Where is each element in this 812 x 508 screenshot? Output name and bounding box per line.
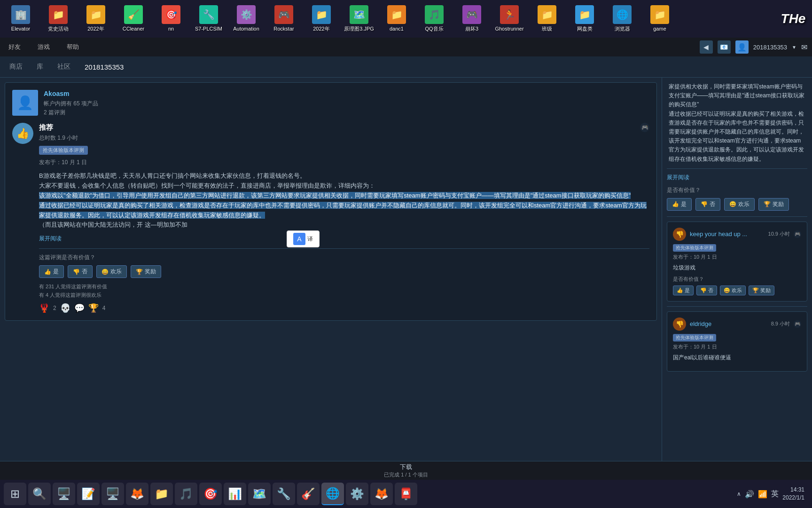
r1-yes-icon: 👍 [677,287,683,294]
desktop-icon-17[interactable]: 📁 game [641,3,678,34]
taskbar-item-explorer[interactable]: 📁 [150,483,173,505]
desktop-icon-7[interactable]: 🎮 Rockstar [265,3,302,34]
taskbar-item-app1[interactable]: 🎯 [199,483,222,505]
desktop-icon-1[interactable]: 📁 党史活动 [40,3,77,34]
desktop-icon-14[interactable]: 📁 班级 [529,3,565,34]
nav-friends[interactable]: 好友 [5,41,24,53]
taskbar-item-search[interactable]: 🔍 [28,483,51,505]
taskbar-item-mail[interactable]: 📮 [395,483,417,505]
right-thumb-down-1: 👎 [673,228,686,241]
right-helpful-actions-1: 👍 是 👎 否 😄 欢乐 🏆 奖励 [673,286,801,295]
nav-username[interactable]: 2018135353 [753,44,787,51]
helpful-yes-label: 是 [53,268,59,276]
desktop-icon-3[interactable]: 🧹 CCleaner [115,3,152,34]
nav-notification-btn[interactable]: 📧 [718,40,731,54]
translation-overlay[interactable]: A 译 [287,230,320,247]
r1-yes-btn[interactable]: 👍 是 [673,286,694,295]
expand-link[interactable]: 展开阅读 [39,235,649,243]
desktop-icon-12[interactable]: 🎮 崩坏3 [453,3,490,34]
review-stat1: 有 231 人觉得这篇评测有价值 [39,283,649,291]
review-date: 发布于：10 月 1 日 [39,159,649,167]
store-item-store[interactable]: 商店 [9,61,23,73]
taskbar-item-brave[interactable]: 🦊 [126,483,148,505]
desktop-icon-label-0: Elevator [11,26,30,32]
steam-nav-right: ◀ 📧 👤 2018135353 ▼ ✉ [700,40,807,54]
r1-funny-btn[interactable]: 😄 欢乐 [720,286,746,295]
taskbar-item-firefox[interactable]: 🦊 [370,483,393,505]
taskbar-item-notepad[interactable]: 📝 [77,483,100,505]
taskbar-item-taskview[interactable]: 🖥️ [53,483,75,505]
taskbar-item-maps[interactable]: 🗺️ [248,483,271,505]
desktop-icon-4[interactable]: 🎯 nn [153,3,189,34]
nav-back-btn[interactable]: ◀ [700,40,713,54]
desktop-icon-0[interactable]: 🏢 Elevator [2,3,39,34]
nav-mail-icon[interactable]: ✉ [801,43,807,52]
desktop-icon-11[interactable]: 🎵 QQ音乐 [416,3,453,34]
desktop-icon-6[interactable]: ⚙️ Automation [228,3,265,34]
nav-games[interactable]: 游戏 [34,41,54,53]
helpful-no-label: 否 [82,268,87,276]
desktop-icon-img-1: 📁 [49,5,68,24]
taskbar-item-tool[interactable]: 🔧 [273,483,295,505]
desktop-icon-15[interactable]: 📁 网盘类 [566,3,603,34]
steam-nav-left: 好友 游戏 帮助 [5,41,700,53]
right-helpful-no[interactable]: 👎 否 [695,198,720,211]
taskbar-wifi-icon[interactable]: 📶 [758,490,767,499]
desktop-icon-10[interactable]: 📁 danc1 [378,3,415,34]
right-helpful-funny[interactable]: 😄 欢乐 [724,198,755,211]
nav-help[interactable]: 帮助 [63,41,83,53]
right-thumb-down-2: 👎 [673,318,686,331]
reviewer-name[interactable]: Akoasm [44,90,649,97]
store-bar-username: 2018135353 [85,63,124,71]
right-date-2: 发布于：10 月 1 日 [673,343,801,350]
taskbar-item-ppt[interactable]: 📊 [224,483,246,505]
desktop-icon-2[interactable]: 📁 2022年 [78,3,114,34]
desktop-icon-label-9: 原理图3.JPG [344,26,374,32]
review-stat2: 有 4 人觉得这篇评测很欢乐 [39,291,649,300]
right-panel: 家提供相大收据，同时需要坏家填写steam账户密码与支付宝账户——填写其理由是"… [662,78,812,461]
award-icon1: 🦞 [39,303,49,313]
translate-icon[interactable]: A [293,233,305,245]
helpful-no-btn[interactable]: 👎 否 [68,265,93,278]
taskbar-item-start[interactable]: ⊞ [4,483,26,505]
right-reviewer-name-1[interactable]: keep your head up ... [690,230,765,238]
r1-no-btn[interactable]: 👎 否 [696,286,717,295]
award-icon-btn: 🏆 [136,269,143,275]
r1-award-btn[interactable]: 🏆 奖励 [749,286,774,295]
desktop-icon-13[interactable]: 🏃 Ghostrunner [491,3,528,34]
right-expand-link[interactable]: 展开阅读 [667,174,807,182]
desktop-icon-label-13: Ghostrunner [495,26,523,32]
desktop-icon-16[interactable]: 🌐 浏览器 [604,3,640,34]
desktop-icon-label-14: 班级 [542,26,552,32]
nav-dropdown-arrow[interactable]: ▼ [792,45,796,50]
taskbar-item-music[interactable]: 🎵 [175,483,197,505]
desktop-icon-img-10: 📁 [387,5,406,24]
taskbar-item-steam[interactable]: 🌐 [321,483,344,505]
steam-logo-small: 🎮 [640,123,649,132]
taskbar-volume-icon[interactable]: 🔊 [745,490,754,499]
taskbar-clock[interactable]: 14:31 2022/1/1 [782,486,804,502]
the-text: THe [781,11,806,26]
helpful-yes-btn[interactable]: 👍 是 [39,265,64,278]
desktop-icon-5[interactable]: 🔧 S7-PLCSIM [190,3,227,34]
taskbar-item-pc[interactable]: 🖥️ [102,483,124,505]
taskbar-item-settings[interactable]: ⚙️ [346,483,368,505]
helpful-funny-btn[interactable]: 😄 欢乐 [96,265,127,278]
right-reviewer-row-2: 👎 eldridge 8.9 小时 🎮 [673,318,801,331]
desktop-icon-8[interactable]: 📁 2022年 [303,3,340,34]
desktop-icon-9[interactable]: 🗺️ 原理图3.JPG [341,3,377,34]
store-item-library[interactable]: 库 [37,61,43,73]
desktop-icon-label-4: nn [168,26,174,32]
taskbar-keyboard-icon[interactable]: 英 [771,489,779,499]
review-awards: 🦞 2 💀 💬 🏆 4 [39,303,649,313]
right-helpful-yes[interactable]: 👍 是 [667,198,692,211]
nav-avatar[interactable]: 👤 [735,40,749,54]
right-helpful-award[interactable]: 🏆 奖励 [758,198,789,211]
right-reviewer-name-2[interactable]: eldridge [690,320,767,327]
helpful-award-btn[interactable]: 🏆 奖励 [131,265,161,278]
store-item-community[interactable]: 社区 [57,61,70,73]
main-review-card: 👤 Akoasm 帐户内拥有 65 项产品 2 篇评测 👍 推荐 🎮 [5,82,657,321]
desktop-icon-img-11: 🎵 [425,5,444,24]
taskbar-expand-icon[interactable]: ∧ [737,491,741,497]
taskbar-item-guitar[interactable]: 🎸 [297,483,320,505]
